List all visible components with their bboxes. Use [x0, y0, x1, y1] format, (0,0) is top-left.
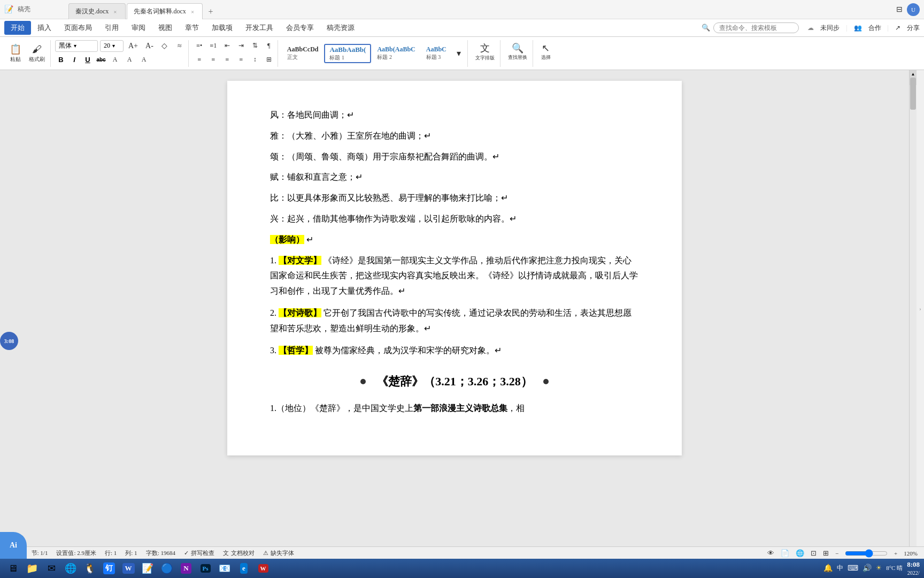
ya-label: 雅：（大雅、小雅）王室所在地的曲调；↵ — [270, 131, 431, 140]
align-right-btn[interactable]: ≡ — [221, 54, 234, 66]
vertical-scrollbar[interactable]: ▲ ▼ — [909, 70, 917, 546]
spell-check[interactable]: ✓ 拼写检查 — [184, 549, 214, 557]
taskbar-icon-ps[interactable]: Ps — [197, 560, 214, 577]
border-btn[interactable]: ⊞ — [263, 54, 275, 66]
taskbar-icon-desktop[interactable]: 🖥 — [4, 560, 21, 577]
ribbon-tab-layout[interactable]: 页面布局 — [58, 21, 98, 35]
style-h2[interactable]: AaBb(AaBbC 标题 2 — [372, 44, 420, 63]
view-doc-icon[interactable]: 📄 — [781, 549, 789, 558]
ribbon-tab-addons[interactable]: 加载项 — [205, 21, 239, 35]
taskbar-icon-email2[interactable]: 📧 — [216, 560, 233, 577]
align-left-btn[interactable]: ≡ — [193, 54, 206, 66]
justify-btn[interactable]: ≡ — [235, 54, 248, 66]
ribbon-tab-start[interactable]: 开始 — [4, 21, 31, 35]
zoom-in-btn[interactable]: + — [894, 550, 897, 557]
tab-0-close[interactable]: × — [112, 8, 118, 16]
style-h1[interactable]: AaBbAaBb( 标题 1 — [324, 44, 371, 63]
taskbar-volume-icon[interactable]: 🔊 — [863, 564, 872, 573]
style-h3-label: 标题 3 — [426, 54, 446, 61]
underline-button[interactable]: U — [82, 54, 94, 66]
style-normal[interactable]: AaBbCcDd 正文 — [282, 44, 324, 63]
clear-format-button[interactable]: ◇ — [158, 40, 171, 52]
scrollbar-thumb[interactable] — [910, 78, 916, 110]
doc-line-ya: 雅：（大雅、小雅）王室所在地的曲调；↵ — [270, 128, 639, 144]
taskbar-icon-onenote[interactable]: N — [178, 560, 195, 577]
tab-1[interactable]: 先秦名词解释.docx × — [127, 3, 203, 19]
ribbon-tab-view[interactable]: 视图 — [152, 21, 179, 35]
split-view-icon[interactable]: ⊞ — [823, 549, 829, 558]
bullet-list-btn[interactable]: ≡• — [193, 40, 206, 52]
find-replace-btn[interactable]: 🔍 查找替换 — [505, 40, 530, 64]
taskbar-input-icon[interactable]: 中 — [837, 564, 843, 573]
sort-btn[interactable]: ⇅ — [249, 40, 261, 52]
view-web-icon[interactable]: 🌐 — [796, 549, 804, 558]
ribbon-search-input[interactable] — [713, 22, 799, 33]
line-spacing-btn[interactable]: ↕ — [249, 54, 261, 66]
strikethrough-button[interactable]: abc — [95, 54, 107, 66]
zoom-slider[interactable] — [845, 549, 888, 558]
time: 8:08 — [907, 560, 920, 569]
ribbon-tab-resources[interactable]: 稿壳资源 — [320, 21, 361, 35]
taskbar-icon-folder[interactable]: 📁 — [24, 560, 41, 577]
add-tab-button[interactable]: + — [204, 5, 218, 19]
font-size-selector[interactable]: 20 ▾ — [100, 40, 124, 52]
paste-button[interactable]: 📋 粘贴 — [6, 42, 25, 65]
taskbar-icon-wps[interactable]: W — [255, 560, 272, 577]
taskbar-icon-qq[interactable]: 🐧 — [81, 560, 98, 577]
font-family-selector[interactable]: 黑体 ▾ — [55, 40, 98, 52]
ribbon-tab-ref[interactable]: 引用 — [98, 21, 125, 35]
taskbar-icon-note[interactable]: 📝 — [139, 560, 156, 577]
highlight-color-btn[interactable]: A — [123, 54, 136, 66]
increase-font-button[interactable]: A+ — [126, 40, 141, 52]
numbered-list-btn[interactable]: ≡1 — [207, 40, 220, 52]
char-shading-btn[interactable]: A — [137, 54, 150, 66]
text-sort-btn[interactable]: 文 文字排版 — [472, 40, 498, 64]
format-painter-button[interactable]: 🖌 格式刷 — [26, 42, 48, 65]
italic-button[interactable]: I — [68, 54, 80, 66]
decrease-indent-btn[interactable]: ⇤ — [221, 40, 234, 52]
more-styles-btn[interactable]: ▾ — [452, 48, 465, 59]
taskbar-notification-icon[interactable]: 🔔 — [823, 564, 833, 573]
ribbon-tab-review[interactable]: 审阅 — [125, 21, 152, 35]
tab-1-close[interactable]: × — [189, 8, 196, 16]
taskbar-icon-mail[interactable]: ✉ — [43, 560, 60, 577]
sync-label[interactable]: 未同步 — [820, 24, 840, 33]
phonetic-button[interactable]: ≈ — [173, 40, 186, 52]
ribbon-tab-chapter[interactable]: 章节 — [179, 21, 205, 35]
user-avatar[interactable]: U — [907, 3, 920, 16]
show-marks-btn[interactable]: ¶ — [263, 40, 275, 52]
document-area[interactable]: 风：各地民间曲调；↵ 雅：（大雅、小雅）王室所在地的曲调；↵ 颂：（周颂、鲁颂、… — [0, 70, 909, 546]
taskbar-icon-dingtalk[interactable]: 钉 — [101, 560, 118, 577]
font-color-btn[interactable]: A — [109, 54, 121, 66]
text-check[interactable]: 文 文档校对 — [223, 549, 255, 557]
tab-0[interactable]: 秦汉史.docx × — [68, 3, 126, 19]
ai-button[interactable]: Ai — [0, 532, 27, 559]
decrease-font-button[interactable]: A- — [143, 40, 156, 52]
missing-font[interactable]: ⚠ 缺失字体 — [263, 549, 294, 557]
bold-button[interactable]: B — [55, 54, 67, 66]
share-label[interactable]: 分享 — [907, 24, 920, 33]
increase-indent-btn[interactable]: ⇥ — [235, 40, 248, 52]
taskbar-keyboard-icon[interactable]: ⌨ — [848, 564, 858, 573]
ribbon-tab-vip[interactable]: 会员专享 — [280, 21, 320, 35]
item-1-number: 1. — [270, 256, 276, 265]
zoom-out-btn[interactable]: − — [835, 550, 838, 557]
align-center-btn[interactable]: ≡ — [207, 54, 220, 66]
view-read-icon[interactable]: 👁 — [767, 549, 774, 558]
right-panel-toggle[interactable]: › — [917, 70, 924, 546]
temp-area: 8°C 晴 — [886, 564, 903, 572]
scroll-up-btn[interactable]: ▲ — [910, 70, 917, 78]
window-resize-icon[interactable]: ⊟ — [896, 5, 903, 14]
taskbar-icon-word[interactable]: W — [120, 560, 137, 577]
ribbon-tab-dev[interactable]: 开发工具 — [239, 21, 280, 35]
weather-area: ☀ — [876, 564, 882, 572]
view-focus-icon[interactable]: ⊡ — [811, 549, 817, 558]
taskbar-icon-chrome[interactable]: 🔵 — [158, 560, 175, 577]
style-h3[interactable]: AaBbC 标题 3 — [421, 44, 451, 63]
clock-widget[interactable]: 3:08 — [0, 332, 18, 350]
taskbar-icon-browser1[interactable]: 🌐 — [62, 560, 79, 577]
taskbar-icon-edge[interactable]: e — [235, 560, 252, 577]
select-btn[interactable]: ↖ 选择 — [537, 40, 555, 64]
collab-label[interactable]: 合作 — [868, 24, 881, 33]
ribbon-tab-insert[interactable]: 插入 — [31, 21, 58, 35]
